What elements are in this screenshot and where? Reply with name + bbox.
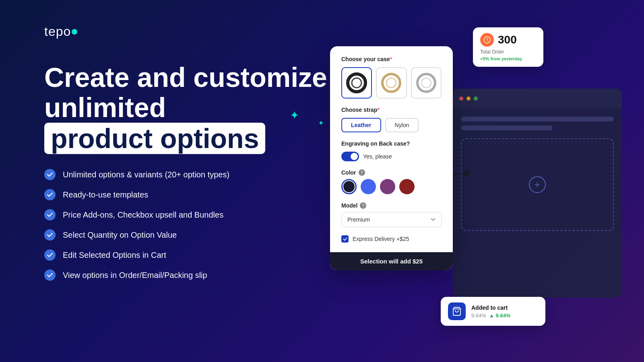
toggle-thumb xyxy=(351,153,358,160)
product-card-footer: Selection will add $25 xyxy=(330,252,453,270)
logo-text: tepo xyxy=(44,24,71,39)
product-card: Choose your case* xyxy=(330,46,453,270)
engraving-toggle[interactable] xyxy=(341,152,359,161)
stat-icon xyxy=(480,33,494,47)
stat-card-header: 300 xyxy=(480,33,536,47)
dashboard-body: + xyxy=(453,109,622,239)
model-label-row: Model ? xyxy=(341,202,442,209)
cart-change: ▲ 9.64% xyxy=(489,313,510,319)
color-swatch-red[interactable] xyxy=(399,179,415,194)
svg-point-4 xyxy=(417,74,435,92)
svg-point-2 xyxy=(382,74,400,92)
color-row: Color ? xyxy=(341,169,442,176)
hero-line2-prefix: unlimited xyxy=(44,92,166,123)
feature-item-5: Edit Selected Options in Cart xyxy=(44,249,229,261)
strap-label-text: Choose strap xyxy=(341,107,377,113)
color-section: Color ? xyxy=(341,169,442,194)
case-options xyxy=(341,67,442,99)
color-label: Color xyxy=(341,169,356,176)
cart-percent: 9.64% ▲ 9.64% xyxy=(471,313,510,319)
stat-label: Total Order xyxy=(480,49,536,55)
cart-text: Added to cart 9.64% ▲ 9.64% xyxy=(471,304,510,319)
dash-bar-1 xyxy=(461,117,614,121)
sparkle-small: ✦ xyxy=(318,119,324,128)
case-option-3[interactable] xyxy=(411,67,442,99)
hero-line1: Create and customize xyxy=(44,62,327,93)
dash-bar-2 xyxy=(461,125,553,130)
stat-change: +5% from yesterday xyxy=(480,56,536,61)
model-label: Model xyxy=(341,202,357,209)
product-card-content: Choose your case* xyxy=(330,46,453,252)
feature-item-3: Price Add-ons, Checkbox upsell and Bundl… xyxy=(44,209,229,220)
cart-percent-value: 9.64% xyxy=(471,313,486,319)
stat-number: 300 xyxy=(498,33,517,46)
feature-label-1: Unlimited options & variants (20+ option… xyxy=(63,170,229,179)
case-label-text: Choose your case xyxy=(341,56,390,62)
hero-highlight: product options xyxy=(44,123,265,154)
feature-label-4: Select Quantity on Option Value xyxy=(63,230,177,240)
check-icon-3 xyxy=(44,209,56,220)
dashboard-dashed-box: + xyxy=(461,138,614,231)
engraving-label: Engraving on Back case? xyxy=(341,140,442,147)
feature-label-2: Ready-to-use templates xyxy=(63,190,148,200)
express-checkbox[interactable] xyxy=(341,235,349,243)
engraving-toggle-row: Yes, please xyxy=(341,152,442,161)
engraving-toggle-label: Yes, please xyxy=(363,153,392,160)
check-icon-5 xyxy=(44,249,56,261)
dash-dot-3 xyxy=(474,97,478,101)
feature-label-5: Edit Selected Options in Cart xyxy=(63,251,166,260)
dash-dot-1 xyxy=(459,97,463,101)
model-section: Model ? Premium Standard Deluxe xyxy=(341,202,442,227)
svg-point-5 xyxy=(421,78,431,88)
sparkle-large: ✦ xyxy=(290,109,299,122)
svg-point-3 xyxy=(386,78,396,88)
check-icon-6 xyxy=(44,269,56,281)
case-option-2[interactable] xyxy=(376,67,407,99)
feature-label-6: View options in Order/Email/Packing slip xyxy=(63,271,207,280)
logo: tepo xyxy=(44,24,77,39)
logo-dot xyxy=(72,29,77,35)
color-swatches xyxy=(341,179,442,194)
dashboard-add-icon[interactable]: + xyxy=(529,176,546,193)
cart-icon xyxy=(452,306,462,316)
express-delivery-row: Express Delivery +$25 xyxy=(341,235,442,243)
check-icon-4 xyxy=(44,229,56,241)
dashboard-header xyxy=(453,88,622,109)
cart-notification: Added to cart 9.64% ▲ 9.64% xyxy=(441,297,545,326)
dash-dot-2 xyxy=(466,97,471,101)
strap-required-star: * xyxy=(377,107,379,113)
case-label: Choose your case* xyxy=(341,56,442,62)
dashboard-preview: + xyxy=(453,88,622,298)
svg-point-1 xyxy=(352,78,361,88)
check-icon-1 xyxy=(44,169,56,180)
feature-item-4: Select Quantity on Option Value xyxy=(44,229,229,241)
svg-point-0 xyxy=(348,74,365,92)
case-required-star: * xyxy=(390,56,392,62)
cart-title: Added to cart xyxy=(471,304,510,311)
cart-icon-wrap xyxy=(448,302,466,320)
feature-item-6: View options in Order/Email/Packing slip xyxy=(44,269,229,281)
product-card-wrapper: Choose your case* xyxy=(330,46,453,270)
feature-item-1: Unlimited options & variants (20+ option… xyxy=(44,169,229,180)
color-swatch-black[interactable] xyxy=(341,179,357,194)
strap-label: Choose strap* xyxy=(341,107,442,113)
express-label: Express Delivery +$25 xyxy=(353,236,409,242)
features-list: Unlimited options & variants (20+ option… xyxy=(44,169,229,290)
check-icon-2 xyxy=(44,189,56,200)
strap-leather-button[interactable]: Leather xyxy=(341,118,381,132)
color-swatch-blue[interactable] xyxy=(361,179,376,194)
model-dropdown[interactable]: Premium Standard Deluxe xyxy=(341,212,442,227)
strap-nylon-button[interactable]: Nylon xyxy=(385,118,419,132)
footer-text: Selection will add $25 xyxy=(341,258,442,265)
feature-label-3: Price Add-ons, Checkbox upsell and Bundl… xyxy=(63,210,223,220)
feature-item-2: Ready-to-use templates xyxy=(44,189,229,200)
model-help-icon[interactable]: ? xyxy=(360,202,366,209)
case-option-1[interactable] xyxy=(341,67,372,99)
strap-options: Leather Nylon xyxy=(341,118,442,132)
color-swatch-purple[interactable] xyxy=(380,179,395,194)
stat-card: 300 Total Order +5% from yesterday xyxy=(473,27,543,67)
color-help-icon[interactable]: ? xyxy=(359,169,365,176)
